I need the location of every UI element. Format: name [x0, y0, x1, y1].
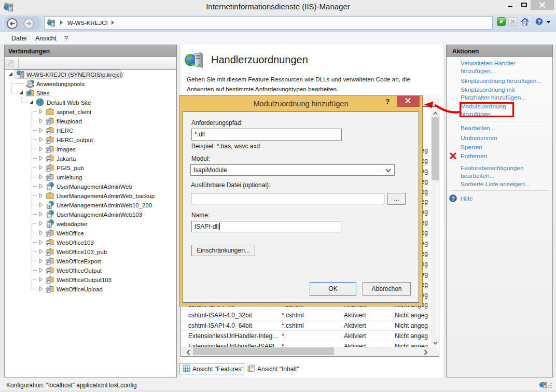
svg-text:?: ? [537, 19, 541, 25]
svg-text:?: ? [451, 195, 455, 202]
